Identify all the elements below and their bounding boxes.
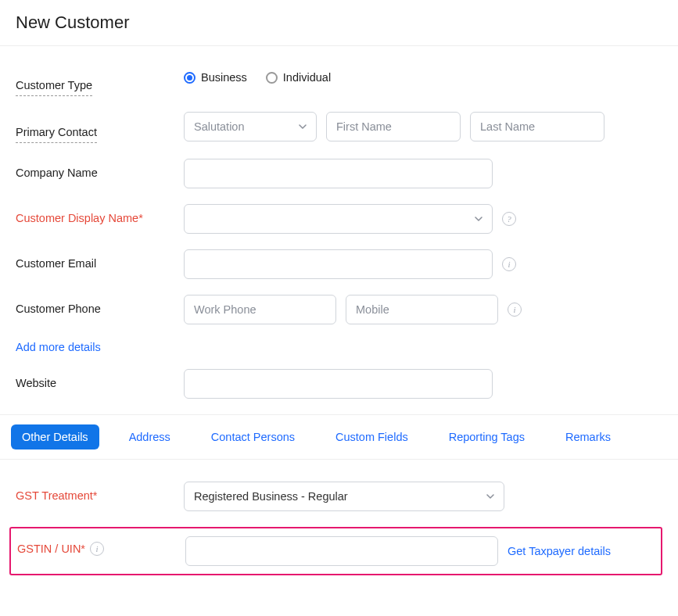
- tab-custom-fields[interactable]: Custom Fields: [325, 424, 419, 449]
- last-name-input[interactable]: [470, 112, 604, 141]
- customer-display-name-label: Customer Display Name*: [16, 204, 184, 227]
- website-input[interactable]: [184, 369, 493, 399]
- customer-display-name-select[interactable]: [184, 204, 493, 234]
- radio-checked-icon: [184, 72, 196, 84]
- customer-type-label: Customer Type: [16, 71, 92, 96]
- work-phone-input[interactable]: [184, 295, 336, 324]
- radio-unchecked-icon: [266, 72, 278, 84]
- tab-reporting-tags[interactable]: Reporting Tags: [438, 424, 536, 449]
- salutation-select[interactable]: Salutation: [184, 112, 317, 141]
- gstin-highlight-box: GSTIN / UIN* i Get Taxpayer details: [9, 527, 662, 575]
- customer-email-label: Customer Email: [16, 249, 184, 273]
- page-title: New Customer: [16, 13, 662, 33]
- help-icon[interactable]: ?: [502, 212, 516, 226]
- tab-contact-persons[interactable]: Contact Persons: [200, 424, 306, 449]
- radio-label: Business: [201, 71, 247, 84]
- get-taxpayer-details-link[interactable]: Get Taxpayer details: [508, 545, 611, 557]
- first-name-input[interactable]: [326, 112, 461, 141]
- customer-phone-label: Customer Phone: [16, 295, 184, 318]
- chevron-down-icon: [486, 492, 494, 500]
- gstin-uin-input[interactable]: [185, 536, 498, 566]
- customer-type-business-radio[interactable]: Business: [184, 71, 247, 84]
- customer-type-radio-group: Business Individual: [184, 65, 331, 84]
- customer-type-individual-radio[interactable]: Individual: [266, 71, 331, 84]
- salutation-placeholder: Salutation: [194, 120, 245, 133]
- header-divider: [0, 45, 678, 46]
- gst-treatment-select[interactable]: Registered Business - Regular: [184, 482, 504, 511]
- tab-remarks[interactable]: Remarks: [554, 424, 622, 449]
- info-icon[interactable]: i: [508, 303, 522, 317]
- add-more-details-link[interactable]: Add more details: [0, 341, 117, 369]
- company-name-input[interactable]: [184, 159, 493, 188]
- website-label: Website: [16, 369, 184, 392]
- tabs-bar: Other Details Address Contact Persons Cu…: [0, 414, 678, 460]
- gstin-uin-label: GSTIN / UIN*: [17, 541, 85, 558]
- tab-other-details[interactable]: Other Details: [11, 424, 99, 449]
- chevron-down-icon: [299, 123, 307, 131]
- company-name-label: Company Name: [16, 159, 184, 182]
- chevron-down-icon: [475, 215, 482, 223]
- radio-label: Individual: [283, 71, 331, 84]
- gst-treatment-value: Registered Business - Regular: [194, 490, 348, 503]
- info-icon[interactable]: i: [90, 542, 104, 556]
- primary-contact-label: Primary Contact: [16, 118, 97, 143]
- mobile-phone-input[interactable]: [346, 295, 498, 324]
- info-icon[interactable]: i: [502, 257, 516, 271]
- gst-treatment-label: GST Treatment*: [16, 482, 184, 505]
- tab-address[interactable]: Address: [118, 424, 181, 449]
- customer-email-input[interactable]: [184, 249, 493, 279]
